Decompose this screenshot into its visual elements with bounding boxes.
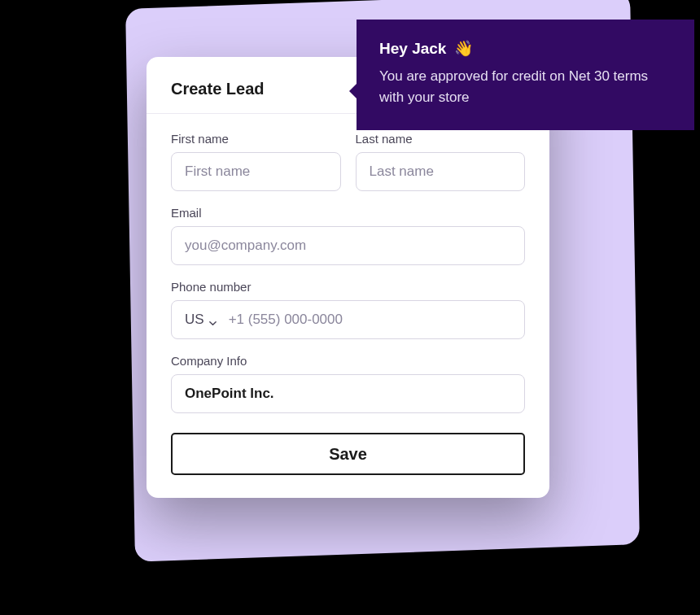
last-name-field: Last name <box>356 132 526 191</box>
phone-input-wrap: US <box>171 300 525 339</box>
first-name-field: First name <box>171 132 341 191</box>
notification-greeting: Hey Jack <box>379 40 446 57</box>
phone-input[interactable] <box>229 312 511 328</box>
email-input[interactable] <box>171 226 525 265</box>
notification-body: You are approved for credit on Net 30 te… <box>379 66 672 109</box>
name-row: First name Last name <box>171 132 525 191</box>
email-label: Email <box>171 206 525 220</box>
chevron-down-icon <box>208 316 217 325</box>
company-field: Company Info <box>171 354 525 413</box>
notification-popover: Hey Jack 👋 You are approved for credit o… <box>357 20 694 130</box>
phone-country-select[interactable]: US <box>185 312 217 328</box>
last-name-input[interactable] <box>356 152 526 191</box>
card-body: First name Last name Email Phone number … <box>147 114 549 498</box>
email-field: Email <box>171 206 525 265</box>
notification-title: Hey Jack 👋 <box>379 39 672 58</box>
first-name-input[interactable] <box>171 152 341 191</box>
phone-country-code: US <box>185 312 204 328</box>
company-label: Company Info <box>171 354 525 368</box>
company-input[interactable] <box>171 374 525 413</box>
last-name-label: Last name <box>356 132 526 146</box>
phone-field: Phone number US <box>171 280 525 339</box>
phone-label: Phone number <box>171 280 525 294</box>
save-button[interactable]: Save <box>171 433 525 475</box>
wave-icon: 👋 <box>454 39 474 58</box>
first-name-label: First name <box>171 132 341 146</box>
